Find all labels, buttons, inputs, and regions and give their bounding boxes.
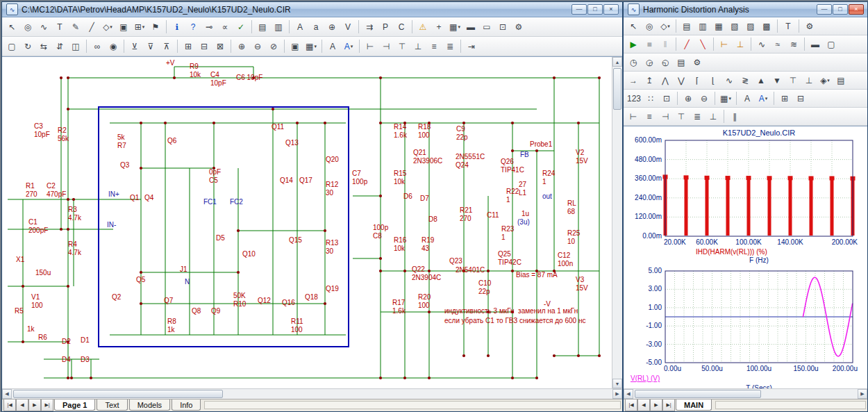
close-button[interactable]: ×: [603, 4, 619, 15]
condition-display[interactable]: C: [394, 19, 409, 34]
schematic-label[interactable]: Q13: [285, 139, 299, 147]
tab-nav-last[interactable]: ▶|: [41, 399, 53, 411]
schematic-label[interactable]: Q23: [449, 257, 462, 265]
high[interactable]: ⌈: [690, 73, 705, 88]
schematic-label[interactable]: 27 L1: [519, 181, 526, 197]
schematic-label[interactable]: 50K R10: [233, 292, 246, 308]
align-left[interactable]: ⊢: [362, 39, 378, 53]
wire-mode[interactable]: ✎: [68, 19, 83, 34]
schematic-label[interactable]: Q19: [326, 285, 339, 293]
node-numbers[interactable]: ⊕: [324, 19, 340, 34]
schematic-label[interactable]: 0pF C5: [209, 168, 221, 185]
design-mode[interactable]: ⊞▾: [132, 19, 147, 34]
scroll-right-button[interactable]: ▶: [612, 389, 622, 399]
schematic-label[interactable]: IN+: [108, 190, 119, 199]
transient-output-chart[interactable]: 5.003.001.00-1.00-3.00-5.000.00u50.00u10…: [626, 265, 861, 388]
numeric-output-page[interactable]: ▤: [674, 55, 689, 69]
schematic-label[interactable]: 150u: [35, 269, 51, 277]
view-options[interactable]: ▦▾: [303, 39, 319, 53]
schematic-label[interactable]: Q2: [112, 293, 121, 302]
schematic-label[interactable]: C6 10pF: [236, 74, 262, 82]
schematic-label[interactable]: D8: [428, 215, 437, 224]
command-text[interactable]: ▥: [271, 19, 286, 34]
find-component[interactable]: ◉: [106, 39, 121, 53]
schematic-label[interactable]: R25 10: [567, 229, 580, 246]
view-options[interactable]: ▦▾: [718, 91, 733, 106]
pan-mode[interactable]: ◎: [20, 19, 35, 34]
tab-models[interactable]: Models: [129, 399, 170, 411]
low[interactable]: ⌊: [706, 73, 721, 88]
grid-dropdown[interactable]: ▾: [458, 24, 460, 30]
zoom-in[interactable]: ⊕: [681, 91, 696, 106]
graphics-mode-dropdown[interactable]: ▾: [667, 24, 670, 29]
tab-nav-first[interactable]: |◀: [3, 399, 16, 411]
tab-nav-next[interactable]: ▶: [650, 399, 662, 411]
schematic-label[interactable]: Q8: [192, 307, 201, 315]
schematic-label[interactable]: R8 1k: [167, 318, 176, 334]
schematic-label[interactable]: D7: [420, 195, 429, 203]
schematic-label[interactable]: +V: [166, 59, 175, 67]
font-size[interactable]: A▾: [756, 91, 771, 106]
component-editor[interactable]: ⚙: [511, 19, 526, 34]
vertical-scroll-track[interactable]: [612, 67, 622, 379]
schematic-label[interactable]: R12 30: [326, 181, 338, 197]
align-bottom[interactable]: ⊥: [706, 109, 721, 124]
scroll-right-button[interactable]: ▶: [858, 389, 867, 399]
select-mode[interactable]: ↖: [626, 19, 641, 33]
graphics-mode[interactable]: ◇▾: [100, 19, 115, 34]
schematic-label[interactable]: C4 10pF: [210, 71, 226, 88]
positive-slope[interactable]: ╱: [679, 37, 694, 51]
flag-mode[interactable]: ⚑: [148, 19, 163, 34]
schematic-label[interactable]: Q26 TIP41C: [501, 158, 524, 174]
schematic-label[interactable]: Q9: [211, 307, 220, 315]
horizontal-scrollbar[interactable]: ◀ ▶: [2, 388, 622, 399]
horizontal-scroll-track[interactable]: [633, 389, 858, 399]
schematic-label[interactable]: R24 1: [542, 170, 555, 186]
animate-no-delay[interactable]: ◷: [626, 55, 641, 69]
schematic-label[interactable]: Q20: [326, 156, 339, 164]
warning-check[interactable]: ⚠: [415, 19, 431, 34]
tab-page-1[interactable]: Page 1: [54, 399, 95, 411]
align-left[interactable]: ⊢: [626, 109, 641, 124]
schematic-label[interactable]: R4 4.7k: [68, 240, 81, 257]
help-mode[interactable]: ?: [185, 19, 201, 34]
schematic-label[interactable]: R16 10k: [394, 236, 406, 253]
schematic-label[interactable]: Probe1: [530, 140, 552, 149]
pages[interactable]: ⊟: [793, 91, 808, 106]
schematic-label[interactable]: C9 22p: [456, 125, 468, 142]
region-enable-mode[interactable]: ✓: [233, 19, 249, 34]
schematic-label[interactable]: 2N5551C Q24: [456, 153, 485, 170]
schematic-label[interactable]: out: [542, 192, 552, 201]
border-display[interactable]: ▬: [463, 19, 478, 34]
flip-x[interactable]: ⇆: [36, 39, 51, 53]
schematic-label[interactable]: Q17: [299, 176, 312, 185]
schematic-canvas[interactable]: +VR9 10kC4 10pFC6 10pFC3 10pFR2 56kR1 27…: [2, 57, 612, 388]
zoom-out[interactable]: ⊖: [696, 91, 712, 106]
overlay-layout[interactable]: ▦: [711, 19, 726, 33]
schematic-label[interactable]: D1: [81, 336, 90, 345]
analysis-horizontal-scrollbar[interactable]: ◀ ▶: [624, 388, 867, 399]
scroll-left-button[interactable]: ◀: [2, 389, 12, 399]
fetch-component[interactable]: ⊻: [127, 39, 142, 53]
align-center-v[interactable]: ≣: [442, 39, 458, 53]
schematic-label[interactable]: Q3: [120, 161, 129, 170]
two-plot-layout[interactable]: ▥: [695, 19, 710, 33]
text-page[interactable]: ▤: [255, 19, 270, 34]
inflection[interactable]: ∿: [721, 73, 737, 88]
schematic-label[interactable]: R17 1.6k: [392, 299, 406, 315]
mirror[interactable]: ◫: [68, 39, 83, 53]
run[interactable]: ▶: [626, 37, 641, 51]
picture-mode[interactable]: ▣: [116, 19, 131, 34]
tab-nav-last[interactable]: ▶|: [662, 399, 675, 411]
schematic-label[interactable]: R19 43: [422, 236, 434, 253]
schematic-label[interactable]: R5: [15, 307, 24, 315]
flip-y[interactable]: ⇵: [52, 39, 67, 53]
align-center-h[interactable]: ≡: [426, 39, 442, 53]
align-top[interactable]: ⊤: [394, 39, 410, 53]
font-color-dropdown[interactable]: ▾: [351, 44, 353, 49]
global-high[interactable]: ▲: [753, 73, 769, 88]
schematic-label[interactable]: D4: [62, 356, 71, 364]
properties[interactable]: ⚙: [802, 19, 817, 33]
schematic-label[interactable]: Q11: [272, 123, 284, 131]
horizontal-scroll-thumb[interactable]: [635, 390, 761, 398]
